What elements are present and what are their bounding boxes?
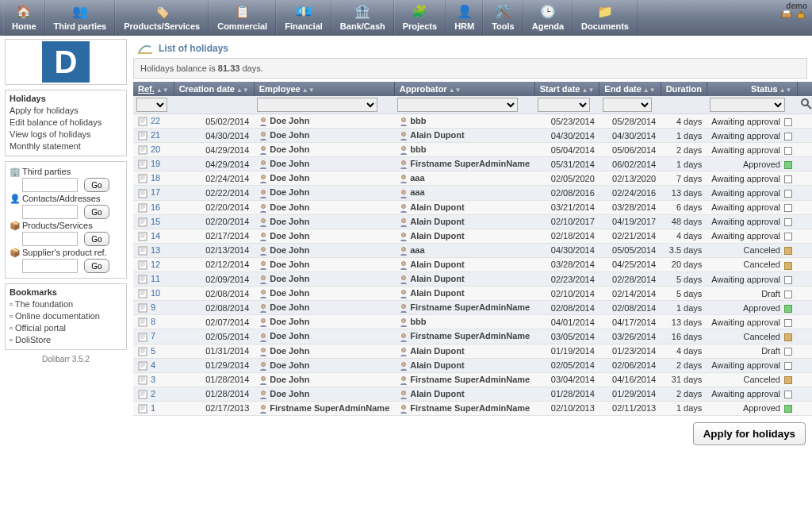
go-button[interactable]: Go <box>84 205 109 219</box>
approbator-link[interactable]: Alain Dupont <box>410 288 464 298</box>
nav-hrm[interactable]: 👤HRM <box>446 0 483 36</box>
employee-link[interactable]: Doe John <box>270 302 309 312</box>
ref-link[interactable]: 7 <box>151 331 155 341</box>
nav-agenda[interactable]: 🕒Agenda <box>523 0 573 36</box>
search-input[interactable] <box>22 232 78 246</box>
nav-bank-cash[interactable]: 🏦Bank/Cash <box>331 0 394 36</box>
approbator-link[interactable]: bbb <box>410 144 426 154</box>
employee-link[interactable]: Doe John <box>270 173 309 183</box>
ref-link[interactable]: 10 <box>151 288 160 298</box>
employee-link[interactable]: Doe John <box>270 317 309 326</box>
approbator-link[interactable]: Alain Dupont <box>410 360 464 370</box>
approbator-link[interactable]: Firstname SuperAdminName <box>410 159 530 168</box>
approbator-link[interactable]: Alain Dupont <box>410 231 464 241</box>
ref-link[interactable]: 11 <box>151 274 160 283</box>
ref-link[interactable]: 9 <box>151 302 155 312</box>
nav-home[interactable]: 🏠Home <box>3 0 45 36</box>
ref-link[interactable]: 1 <box>151 403 155 413</box>
ref-link[interactable]: 2 <box>151 389 155 398</box>
search-input[interactable] <box>22 205 78 219</box>
col-ref[interactable]: Ref.▲▼ <box>133 82 174 96</box>
filter-status[interactable] <box>710 98 785 112</box>
ref-link[interactable]: 22 <box>151 116 160 125</box>
ref-link[interactable]: 14 <box>151 231 160 241</box>
bookmark-link[interactable]: ▫ DoliStore <box>10 334 122 346</box>
employee-link[interactable]: Doe John <box>270 217 309 226</box>
approbator-link[interactable]: Alain Dupont <box>410 346 464 356</box>
filter-end[interactable] <box>603 98 652 112</box>
go-button[interactable]: Go <box>84 259 109 273</box>
logout-icon[interactable] <box>796 10 807 20</box>
employee-link[interactable]: Doe John <box>270 130 309 140</box>
holidays-link[interactable]: Edit balance of holidays <box>10 117 122 129</box>
employee-link[interactable]: Doe John <box>270 231 309 241</box>
col-start[interactable]: Start date▲▼ <box>534 82 599 96</box>
ref-link[interactable]: 19 <box>151 159 160 168</box>
ref-link[interactable]: 18 <box>151 173 160 183</box>
employee-link[interactable]: Doe John <box>270 116 309 125</box>
col-approbator[interactable]: Approbator▲▼ <box>394 82 534 96</box>
nav-financial[interactable]: 💶Financial <box>276 0 331 36</box>
ref-link[interactable]: 16 <box>151 202 160 212</box>
filter-start[interactable] <box>538 98 590 112</box>
approbator-link[interactable]: aaa <box>410 173 424 183</box>
nav-third-parties[interactable]: 👥Third parties <box>45 0 116 36</box>
ref-link[interactable]: 5 <box>151 346 155 356</box>
approbator-link[interactable]: Alain Dupont <box>410 130 464 140</box>
bookmark-link[interactable]: ▫ Online documentation <box>10 310 122 322</box>
approbator-link[interactable]: Alain Dupont <box>410 260 464 269</box>
approbator-link[interactable]: aaa <box>410 187 424 197</box>
approbator-link[interactable]: Alain Dupont <box>410 389 464 398</box>
employee-link[interactable]: Doe John <box>270 375 309 384</box>
employee-link[interactable]: Doe John <box>270 274 309 283</box>
ref-link[interactable]: 13 <box>151 245 160 255</box>
nav-commercial[interactable]: 📋Commercial <box>209 0 276 36</box>
ref-link[interactable]: 12 <box>151 260 160 269</box>
employee-link[interactable]: Doe John <box>270 260 309 269</box>
ref-link[interactable]: 4 <box>151 360 155 370</box>
ref-link[interactable]: 15 <box>151 217 160 226</box>
approbator-link[interactable]: Firstname SuperAdminName <box>410 403 530 413</box>
ref-link[interactable]: 21 <box>151 130 160 140</box>
employee-link[interactable]: Doe John <box>270 288 309 298</box>
bookmark-link[interactable]: ▫ Official portal <box>10 322 122 334</box>
employee-link[interactable]: Doe John <box>270 159 309 168</box>
go-button[interactable]: Go <box>84 178 109 192</box>
employee-link[interactable]: Doe John <box>270 187 309 197</box>
nav-documents[interactable]: 📁Documents <box>573 0 638 36</box>
approbator-link[interactable]: bbb <box>410 116 426 125</box>
col-creation[interactable]: Creation date▲▼ <box>174 82 254 96</box>
col-employee[interactable]: Employee▲▼ <box>254 82 394 96</box>
search-icon[interactable] <box>800 98 812 110</box>
col-status[interactable]: Status▲▼ <box>707 82 797 96</box>
approbator-link[interactable]: Alain Dupont <box>410 274 464 283</box>
holidays-link[interactable]: Apply for holidays <box>10 105 122 117</box>
search-input[interactable] <box>22 178 78 192</box>
employee-link[interactable]: Doe John <box>270 245 309 255</box>
holidays-link[interactable]: View logs of holidays <box>10 129 122 140</box>
approbator-link[interactable]: Firstname SuperAdminName <box>410 302 530 312</box>
employee-link[interactable]: Doe John <box>270 389 309 398</box>
ref-link[interactable]: 17 <box>151 187 160 197</box>
nav-tools[interactable]: 🛠️Tools <box>483 0 523 36</box>
approbator-link[interactable]: Firstname SuperAdminName <box>410 375 530 384</box>
col-end[interactable]: End date▲▼ <box>599 82 661 96</box>
employee-link[interactable]: Doe John <box>270 360 309 370</box>
approbator-link[interactable]: aaa <box>410 245 424 255</box>
search-input[interactable] <box>22 259 78 273</box>
go-button[interactable]: Go <box>84 232 109 246</box>
ref-link[interactable]: 8 <box>151 317 155 326</box>
nav-projects[interactable]: 🧩Projects <box>394 0 446 36</box>
printer-icon[interactable] <box>781 10 792 20</box>
ref-link[interactable]: 3 <box>151 375 155 384</box>
approbator-link[interactable]: bbb <box>410 317 426 326</box>
filter-ref[interactable] <box>136 98 167 112</box>
filter-approbator[interactable] <box>397 98 518 112</box>
employee-link[interactable]: Doe John <box>270 202 309 212</box>
approbator-link[interactable]: Firstname SuperAdminName <box>410 331 530 341</box>
employee-link[interactable]: Doe John <box>270 331 309 341</box>
ref-link[interactable]: 20 <box>151 144 160 154</box>
holidays-link[interactable]: Monthly statement <box>10 140 122 152</box>
employee-link[interactable]: Firstname SuperAdminName <box>270 403 389 413</box>
filter-employee[interactable] <box>257 98 377 112</box>
